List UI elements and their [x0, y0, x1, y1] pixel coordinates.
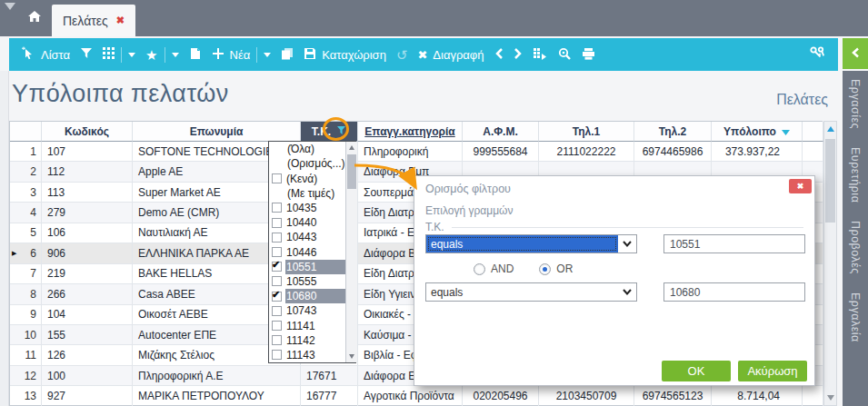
filter-dropdown-item[interactable]: 10743: [269, 303, 345, 318]
filter-dropdown-item[interactable]: 10551: [269, 260, 345, 274]
cell-code[interactable]: 112: [42, 162, 133, 182]
filter-dropdown-item[interactable]: 10555: [269, 274, 345, 289]
cell-tel1[interactable]: 2103450709: [539, 386, 634, 406]
cell-code[interactable]: 104: [42, 305, 133, 325]
cell-code[interactable]: 106: [42, 223, 133, 243]
ok-button[interactable]: OK: [662, 361, 731, 381]
filter-dropdown-item[interactable]: (Ορισμός...): [269, 156, 345, 171]
cell-n[interactable]: 1: [10, 142, 42, 162]
checkbox-icon[interactable]: [272, 233, 282, 243]
cell-bal[interactable]: 373.937,22: [712, 142, 803, 162]
cell-afm[interactable]: 020205496: [463, 386, 539, 406]
cell-tk[interactable]: 16777: [301, 386, 358, 406]
next-record-button[interactable]: [514, 47, 523, 63]
cell-n[interactable]: 13: [10, 386, 42, 406]
filter-dropdown-item[interactable]: 11143: [269, 348, 345, 362]
cell-n[interactable]: 11: [10, 345, 42, 365]
filter-button[interactable]: [80, 47, 93, 62]
cell-n[interactable]: 12: [10, 366, 42, 386]
checkbox-icon[interactable]: [272, 203, 282, 213]
filter-dropdown-item[interactable]: 10443: [269, 230, 345, 244]
save-button[interactable]: Καταχώριση: [304, 47, 386, 63]
filter-dropdown-item[interactable]: 10440: [269, 215, 345, 230]
cell-n[interactable]: 2: [10, 162, 42, 182]
cell-code[interactable]: 927: [42, 386, 133, 406]
cell-tel2[interactable]: 6974465986: [634, 142, 712, 162]
grid-scrollbar[interactable]: [823, 121, 837, 406]
cell-n[interactable]: 4: [10, 203, 42, 223]
filter-dropdown-item[interactable]: (Κενά): [269, 171, 345, 185]
cell-filler[interactable]: [803, 142, 823, 162]
access-rights-button[interactable]: [809, 45, 826, 64]
cell-n[interactable]: 3: [10, 183, 42, 203]
cell-tel1[interactable]: 2111022222: [539, 142, 634, 162]
filter-dropdown-item[interactable]: 10435: [269, 201, 345, 215]
cell-n[interactable]: 9: [10, 305, 42, 325]
cell-name[interactable]: Πληροφορική Α.Ε: [133, 366, 301, 386]
tab-close-icon[interactable]: ✖: [116, 15, 125, 26]
cell-filler[interactable]: [803, 386, 823, 406]
checkbox-icon[interactable]: [272, 173, 282, 183]
scroll-up-icon[interactable]: [824, 122, 836, 135]
cell-tk[interactable]: 17671: [301, 366, 358, 386]
sidebar-item-ευρετήρια[interactable]: Ευρετήρια: [849, 147, 862, 203]
checkbox-checked-icon[interactable]: [272, 292, 282, 302]
checkbox-icon[interactable]: [272, 350, 282, 360]
checkbox-icon[interactable]: [272, 321, 282, 331]
cell-code[interactable]: 126: [42, 345, 133, 365]
export-button[interactable]: [189, 47, 202, 63]
scrollbar-thumb[interactable]: [825, 139, 835, 223]
resolve-button[interactable]: [533, 47, 547, 63]
col-header-category[interactable]: Επαγγ.κατηγορία: [358, 122, 463, 142]
scroll-down-icon[interactable]: [824, 391, 836, 404]
chevron-down-icon[interactable]: [172, 53, 179, 57]
operator2-select[interactable]: equals: [425, 282, 637, 302]
delete-button[interactable]: ✖ Διαγραφή: [417, 48, 484, 62]
layout-button[interactable]: [103, 47, 135, 63]
cell-n[interactable]: 5: [10, 223, 42, 243]
scroll-up-icon[interactable]: [346, 142, 357, 153]
chevron-down-icon[interactable]: [618, 289, 636, 295]
checkbox-icon[interactable]: [272, 306, 282, 316]
sidebar-item-εργαλεία[interactable]: Εργαλεία: [849, 292, 862, 342]
col-header-rowselector[interactable]: [10, 122, 42, 142]
table-row[interactable]: 1107SOFTONE TECHNOLOGIESΠληροφορική99955…: [10, 142, 823, 162]
favorites-button[interactable]: ★: [145, 47, 178, 63]
panel-collapse-button[interactable]: [843, 38, 868, 69]
filter-dropdown-item[interactable]: 11141: [269, 318, 345, 332]
filter-dropdown-item[interactable]: 10446: [269, 244, 345, 259]
copy-button[interactable]: [281, 47, 294, 63]
filter-dropdown-item[interactable]: 10680: [269, 289, 345, 303]
tab-pelates[interactable]: Πελάτες ✖: [52, 5, 135, 36]
sidebar-item-εργασίες[interactable]: Εργασίες: [849, 79, 862, 129]
cell-cat[interactable]: Πληροφορική: [358, 142, 463, 162]
search-button[interactable]: [557, 46, 572, 64]
home-button[interactable]: [24, 8, 45, 28]
checkbox-icon[interactable]: [272, 247, 282, 257]
col-header-afm[interactable]: Α.Φ.Μ.: [463, 122, 539, 142]
col-header-kodikos[interactable]: Κωδικός: [42, 122, 133, 142]
value2-input[interactable]: 10680: [663, 282, 805, 302]
cell-tel2[interactable]: 6974565123: [634, 386, 712, 406]
cell-n[interactable]: 6▶: [10, 243, 42, 263]
cell-cat[interactable]: Αγροτικά Προϊόντα: [358, 386, 463, 406]
chevron-down-icon[interactable]: [264, 53, 271, 57]
cell-n[interactable]: 10: [10, 325, 42, 345]
col-header-ypoloipo[interactable]: Υπόλοιπο: [712, 122, 803, 142]
cell-bal[interactable]: 8.714,04: [712, 386, 803, 406]
filter-dropdown-item[interactable]: (Όλα): [269, 142, 345, 156]
cell-code[interactable]: 155: [42, 325, 133, 345]
prev-record-button[interactable]: [494, 47, 504, 63]
checkbox-icon[interactable]: [272, 335, 282, 345]
table-row[interactable]: 13927ΜΑΡΙΚΑ ΠΕΤΡΟΠΟΥΛΟΥ16777Αγροτικά Προ…: [10, 386, 823, 406]
scroll-down-icon[interactable]: [346, 351, 357, 362]
cell-code[interactable]: 906: [42, 243, 133, 263]
chevron-down-icon[interactable]: [618, 241, 636, 247]
undo-button[interactable]: ↺: [396, 48, 408, 62]
cell-code[interactable]: 107: [42, 142, 133, 162]
checkbox-checked-icon[interactable]: [272, 262, 282, 272]
operator1-select[interactable]: equals: [425, 234, 637, 253]
col-header-eponymia[interactable]: Επωνυμία: [133, 122, 301, 142]
col-header-tel2[interactable]: Τηλ.2: [634, 122, 712, 142]
cell-n[interactable]: 7: [10, 264, 42, 284]
